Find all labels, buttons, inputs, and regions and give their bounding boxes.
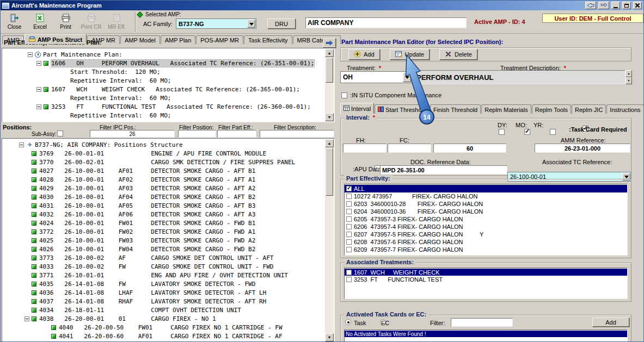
editor-tab-start-threshold[interactable]: Start Threshold — [375, 104, 430, 114]
tree-row[interactable]: 4029 26-10-00-01 AF03 DETECTOR SMOKE CAR… — [3, 184, 325, 192]
task-radio[interactable] — [345, 319, 351, 325]
tree-row[interactable]: 4035 26-14-01-08 FW LAVATORY SMOKE DETEC… — [3, 279, 325, 288]
scroll-down-button[interactable]: ▼ — [325, 113, 334, 121]
item-checkbox[interactable] — [346, 194, 352, 199]
scroll-thumb[interactable] — [326, 148, 333, 196]
tree-row[interactable]: 4025 26-10-00-01 FW03 DETECTOR SMOKE CAR… — [3, 236, 325, 245]
tree-row[interactable]: 4040 26-20-00-50 FW01 CARGO FIREX NO 1 C… — [3, 323, 325, 332]
expand-toggle-icon[interactable] — [19, 142, 24, 147]
fh-input[interactable] — [343, 144, 387, 153]
chevron-down-icon[interactable] — [403, 72, 411, 82]
update-button[interactable]: Update — [390, 49, 430, 60]
expand-toggle-icon[interactable] — [24, 316, 29, 321]
delete-button[interactable]: Delete — [439, 49, 477, 60]
scroll-thumb[interactable] — [326, 58, 333, 83]
tree-row[interactable]: Start Threshold: 120 MO; — [3, 67, 325, 76]
editor-tab-replm-materials[interactable]: Replm Materials — [481, 104, 531, 114]
item-checkbox[interactable] — [346, 201, 352, 207]
tree-row[interactable]: Repetitive Interval: 60 MO; — [3, 111, 325, 120]
tree-row[interactable]: Part Maintenance Plan: — [3, 50, 325, 59]
positions-tree-scrollbar[interactable]: ▲ ▼ — [325, 139, 334, 341]
company-field[interactable]: AIR COMPANY — [305, 17, 467, 28]
associated-treatment-item[interactable]: 3253 FT FUNCTIONAL TEST — [345, 276, 627, 283]
tree-row[interactable]: 4032 26-10-00-01 AF06 DETECTOR SMOKE CAR… — [3, 210, 325, 219]
tree-row[interactable]: 3772 26-10-00-01 FW02 DETECTOR SMOKE CAR… — [3, 227, 325, 236]
tree-row[interactable]: 4024 26-10-00-01 FW01 DETECTOR SMOKE CAR… — [3, 219, 325, 227]
tree-row[interactable]: 3773 26-10-00-02 AF CARGO SMOKE DET CONT… — [3, 253, 325, 262]
activated-add-button[interactable]: Add — [592, 318, 629, 327]
part-effectivity-item[interactable]: 6204 34600010-36 FIREX- CARGO HALON — [345, 208, 627, 215]
tree-row[interactable]: 4033 26-10-00-02 FW CARGO SMOKE DET CONT… — [3, 262, 325, 271]
dy-checkbox[interactable] — [499, 129, 505, 135]
tree-row[interactable]: 4028 26-10-00-01 AF02 DETECTOR SMOKE CAR… — [3, 175, 325, 184]
tree-row[interactable]: 4026 26-10-00-01 FW04 DETECTOR SMOKE CAR… — [3, 245, 325, 253]
editor-tab-replm-tools[interactable]: Replm Tools — [532, 104, 571, 114]
sub-assy-checkbox[interactable] — [57, 130, 63, 136]
editor-tab-replm-jic[interactable]: Replm JIC — [572, 104, 606, 114]
item-checkbox[interactable] — [346, 216, 352, 222]
filter-description-input[interactable] — [260, 130, 334, 138]
tab-amp-model[interactable]: AMP Model — [120, 35, 160, 44]
expand-toggle-icon[interactable] — [36, 61, 41, 66]
tree-row[interactable]: 3771 26-10-01-01 ENG AND APU FIRE / OVHT… — [3, 271, 325, 279]
minimize-button[interactable] — [611, 2, 620, 9]
spin-up-icon[interactable]: ▲ — [625, 70, 632, 77]
mo-interval-field[interactable]: 60 — [433, 144, 506, 153]
chevron-down-icon[interactable] — [247, 20, 255, 28]
part-effectivity-item[interactable]: 6206 473957-4 FIREX- CARGO HALON — [345, 223, 627, 231]
filter-ipc-input[interactable] — [90, 130, 175, 138]
tree-row[interactable]: 4031 26-10-00-01 AF05 DETECTOR SMOKE CAR… — [3, 201, 325, 210]
item-checkbox[interactable] — [346, 224, 352, 229]
titlebar-tool-button-2[interactable] — [598, 2, 609, 9]
tree-row[interactable]: 4038 26-20-00-01 01 CARGO FIREX - NO 1 — [3, 314, 325, 323]
mo-checkbox[interactable] — [524, 129, 530, 135]
tree-row[interactable]: 4030 26-10-00-01 AF04 DETECTOR SMOKE CAR… — [3, 192, 325, 201]
item-checkbox[interactable] — [346, 277, 352, 282]
item-checkbox[interactable] — [346, 209, 352, 214]
associated-treatment-item[interactable]: 1607 WCH WEIGHT CHECK — [345, 269, 627, 276]
tree-row[interactable]: 1606 OH PERFORM OVERHAUL Associated TC R… — [3, 59, 325, 67]
scroll-up-button[interactable]: ▲ — [325, 49, 334, 57]
item-checkbox[interactable] — [346, 247, 352, 252]
tree-row[interactable]: 4034 26-18-01-11 COMPT OVHT DETECTION UN… — [3, 306, 325, 314]
yr-checkbox[interactable] — [550, 129, 556, 135]
scroll-down-button[interactable]: ▼ — [325, 333, 334, 341]
move-to-editor-button[interactable] — [323, 38, 336, 48]
treatment-description-spinner[interactable]: ▲ ▼ — [625, 70, 632, 84]
tab-amp-pos-struct[interactable]: AMP Pos Struct — [24, 34, 87, 44]
tree-row[interactable]: 1607 WCH WEIGHT CHECK Associated TC Refe… — [3, 85, 325, 94]
activated-filter-input[interactable] — [451, 318, 513, 327]
tab-pos-amp-mr[interactable]: POS-AMP MR — [196, 35, 243, 44]
part-effectivity-item[interactable]: 6203 34600010-28 FIREX- CARGO HALON — [345, 200, 627, 208]
tree-row[interactable]: 3770 26-00-02-01 CARGO SMK DETECTION / F… — [3, 158, 325, 166]
tree-row[interactable]: 4027 26-10-00-01 AF01 DETECTOR SMOKE CAR… — [3, 166, 325, 175]
editor-tab-instructions[interactable]: Instructions — [606, 104, 643, 114]
tree-row[interactable]: 4036 26-14-01-08 LHAF LAVATORY SMOKE DET… — [3, 288, 325, 297]
expand-toggle-icon[interactable] — [28, 52, 33, 57]
tree-row[interactable]: 4037 26-14-01-08 RHAF LAVATORY SMOKE DET… — [3, 297, 325, 306]
maximize-button[interactable] — [622, 2, 631, 9]
part-effectivity-item[interactable]: ALL — [345, 185, 627, 192]
filter-position-input[interactable] — [178, 130, 216, 138]
toolbar-close-button[interactable]: Close — [2, 11, 27, 33]
fc-input[interactable] — [388, 144, 431, 153]
editor-tab-finish-threshold[interactable]: Finish Threshold — [430, 104, 481, 114]
expand-toggle-icon[interactable] — [36, 104, 41, 109]
amm-reference-field[interactable]: 26-23-01-000 — [535, 144, 630, 153]
treatment-select[interactable]: OH — [340, 71, 412, 83]
scroll-up-button[interactable]: ▲ — [325, 139, 334, 147]
tab-amp-plan[interactable]: AMP Plan — [161, 35, 196, 44]
part-effectivity-item[interactable]: 6207 473957-5 FIREX- CARGO HALON Y — [345, 231, 627, 238]
toolbar-print-button[interactable]: Print — [53, 11, 78, 33]
plan-tree-scrollbar[interactable]: ▲ ▼ — [325, 49, 334, 121]
part-effectivity-item[interactable]: 6205 473957-3 FIREX- CARGO HALON — [345, 215, 627, 223]
part-effectivity-item[interactable]: 10272 473957 FIREX- CARGO HALON — [345, 192, 627, 200]
dru-button[interactable]: DRU — [267, 18, 296, 29]
filter-part-eff-input[interactable] — [217, 130, 256, 138]
toolbar-excel-button[interactable]: Excel — [27, 11, 53, 33]
item-checkbox[interactable] — [346, 232, 352, 237]
titlebar-tool-button-1[interactable] — [585, 2, 596, 9]
tab-task-effectivity[interactable]: Task Effectivity — [244, 35, 292, 44]
tree-row[interactable]: Repetitive Interval: 60 MO; — [3, 76, 325, 85]
spin-down-icon[interactable]: ▼ — [625, 77, 632, 84]
